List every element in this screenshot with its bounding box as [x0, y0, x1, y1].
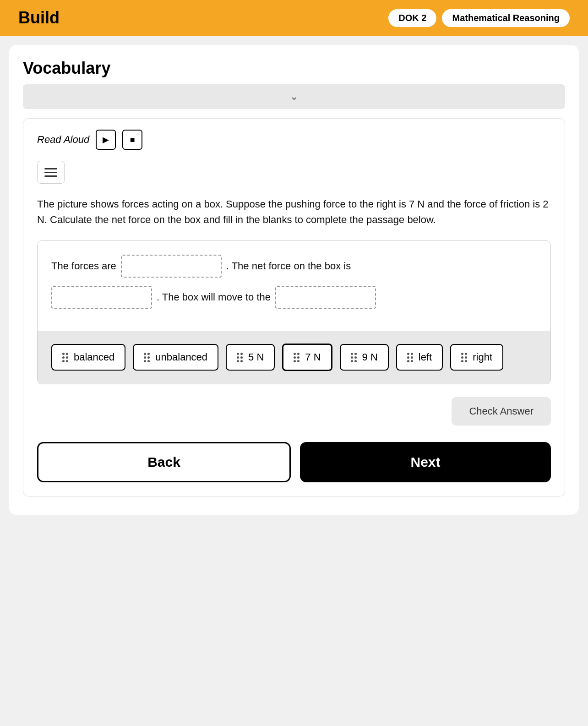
drag-icon — [144, 353, 150, 362]
drag-icon — [351, 353, 357, 362]
choice-label-balanced: balanced — [74, 351, 114, 363]
question-text: The picture shows forces acting on a box… — [37, 197, 551, 228]
check-answer-button[interactable]: Check Answer — [452, 397, 551, 426]
sentence-line1-post: . The net force on the box is — [226, 260, 351, 272]
read-aloud-label: Read Aloud — [37, 134, 89, 146]
check-answer-section: Check Answer — [37, 397, 551, 426]
navigation-buttons: Back Next — [37, 442, 551, 482]
drag-drop-container: The forces are . The net force on the bo… — [37, 240, 551, 384]
stop-button[interactable]: ■ — [122, 130, 142, 150]
read-aloud-section: Read Aloud ▶ ■ The picture shows forces … — [23, 118, 565, 497]
choice-chip-left[interactable]: left — [396, 344, 443, 371]
sentence-area: The forces are . The net force on the bo… — [38, 241, 550, 331]
choice-chip-5n[interactable]: 5 N — [226, 344, 275, 371]
chevron-down-icon: ⌄ — [290, 91, 298, 103]
choice-chip-right[interactable]: right — [450, 344, 503, 371]
header: Build DOK 2 Mathematical Reasoning — [0, 0, 588, 36]
drop-zone-1[interactable] — [121, 255, 222, 278]
next-button[interactable]: Next — [300, 442, 551, 482]
vocabulary-section: Vocabulary ⌄ — [23, 59, 565, 109]
back-button[interactable]: Back — [37, 442, 291, 482]
choices-area: balancedunbalanced5 N7 N9 Nleftright — [38, 331, 550, 384]
choice-chip-9n[interactable]: 9 N — [340, 344, 389, 371]
stop-icon: ■ — [130, 135, 135, 145]
header-badges: DOK 2 Mathematical Reasoning — [388, 9, 570, 27]
play-icon: ▶ — [103, 135, 109, 145]
choice-chip-balanced[interactable]: balanced — [51, 344, 125, 371]
drag-icon — [294, 353, 299, 362]
choice-label-unbalanced: unbalanced — [155, 351, 207, 363]
drag-icon — [62, 353, 68, 362]
hamburger-line-1 — [44, 168, 57, 169]
header-title: Build — [18, 8, 60, 27]
read-aloud-row: Read Aloud ▶ ■ — [37, 130, 551, 150]
main-content: Vocabulary ⌄ Read Aloud ▶ ■ The picture … — [9, 45, 579, 515]
drop-zone-2[interactable] — [51, 286, 152, 309]
drop-zone-3[interactable] — [275, 286, 376, 309]
choice-label-9n: 9 N — [362, 351, 378, 363]
hamburger-line-2 — [44, 172, 57, 173]
vocabulary-title: Vocabulary — [23, 59, 565, 78]
subject-badge: Mathematical Reasoning — [442, 9, 570, 27]
sentence-row-1: The forces are . The net force on the bo… — [51, 255, 537, 278]
choice-label-left: left — [419, 351, 432, 363]
drag-icon — [237, 353, 243, 362]
drag-icon — [407, 353, 413, 362]
hamburger-menu-button[interactable] — [37, 161, 65, 184]
sentence-line2-pre: . The box will move to the — [157, 291, 271, 303]
sentence-row-2: . The box will move to the — [51, 286, 537, 309]
choice-chip-unbalanced[interactable]: unbalanced — [133, 344, 218, 371]
choice-label-5n: 5 N — [248, 351, 264, 363]
vocabulary-dropdown[interactable]: ⌄ — [23, 84, 565, 109]
choice-chip-7n[interactable]: 7 N — [282, 344, 332, 371]
choice-label-right: right — [473, 351, 492, 363]
play-button[interactable]: ▶ — [96, 130, 116, 150]
choice-label-7n: 7 N — [305, 351, 321, 363]
hamburger-line-3 — [44, 175, 57, 177]
drag-icon — [461, 353, 467, 362]
sentence-line1-pre: The forces are — [51, 260, 116, 272]
dok-badge: DOK 2 — [388, 9, 436, 27]
